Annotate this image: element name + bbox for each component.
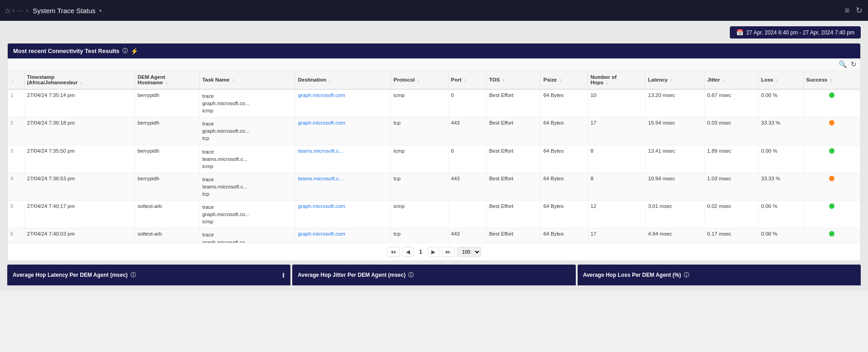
connectivity-test-panel: Most recent Connectivity Test Results ⓘ … bbox=[7, 43, 861, 261]
hop-latency-info-icon[interactable]: ⓘ bbox=[130, 271, 136, 279]
cell-success bbox=[803, 201, 860, 228]
success-indicator bbox=[829, 231, 834, 236]
cell-jitter: 0.17 msec bbox=[704, 228, 758, 243]
cell-task-name: tracegraph.microsoft.co...tcp bbox=[199, 228, 295, 243]
cell-psize: 64 Bytes bbox=[540, 201, 588, 228]
cell-tos: Best Effort bbox=[486, 117, 540, 145]
table-row: 3 27/04/24 7:35:50 pm berrypidh tracetea… bbox=[8, 145, 860, 173]
table-scroll-container[interactable]: ↕ Timestamp(Africa/Johannesbur ↕ DEM Age… bbox=[8, 71, 860, 243]
bottom-panel-hop-latency: Average Hop Latency Per DEM Agent (msec)… bbox=[7, 265, 290, 285]
cell-destination[interactable]: teams.microsoft.c... bbox=[295, 173, 391, 200]
page-size-select[interactable]: 10 25 50 100 bbox=[457, 247, 481, 257]
col-header-dem-agent[interactable]: DEM AgentHostname ↕ bbox=[135, 71, 199, 89]
cell-tos: Best Effort bbox=[486, 173, 540, 200]
breadcrumb-chevron-2: › bbox=[26, 7, 28, 14]
breadcrumb-chevron-1: › bbox=[13, 7, 14, 14]
success-indicator bbox=[829, 148, 834, 154]
cell-port: 0 bbox=[448, 89, 486, 117]
cell-num: 2 bbox=[8, 117, 24, 145]
table-row: 5 27/04/24 7:40:17 pm soltest-arb traceg… bbox=[8, 201, 860, 228]
date-range-label: 27 Apr, 2024 6:40 pm - 27 Apr, 2024 7:40… bbox=[746, 29, 854, 36]
table-toolbar: 🔍 ↻ bbox=[8, 58, 860, 71]
first-page-button[interactable]: ⏮ bbox=[387, 247, 400, 257]
cell-timestamp: 27/04/24 7:35:50 pm bbox=[24, 145, 135, 173]
cell-port bbox=[448, 201, 486, 228]
col-header-loss[interactable]: Loss ↕ bbox=[758, 71, 803, 89]
prev-page-button[interactable]: ◀ bbox=[402, 247, 414, 257]
cell-timestamp: 27/04/24 7:35:14 pm bbox=[24, 89, 135, 117]
success-indicator bbox=[829, 92, 834, 98]
col-header-destination[interactable]: Destination ↕ bbox=[295, 71, 391, 89]
hop-loss-info-icon[interactable]: ⓘ bbox=[684, 271, 689, 279]
hop-jitter-info-icon[interactable]: ⓘ bbox=[408, 271, 414, 279]
cell-destination[interactable]: graph.microsoft.com bbox=[295, 89, 391, 117]
col-header-tos[interactable]: TOS ↕ bbox=[486, 71, 540, 89]
last-page-button[interactable]: ⏭ bbox=[442, 247, 454, 257]
cell-loss: 0.00 % bbox=[758, 89, 803, 117]
cell-loss: 0.00 % bbox=[758, 201, 803, 228]
panel-info-icon[interactable]: ⓘ bbox=[122, 47, 128, 55]
page-title-dropdown-arrow[interactable]: ▾ bbox=[99, 8, 101, 13]
cell-num: 5 bbox=[8, 201, 24, 228]
cell-dem-agent: berrypidh bbox=[135, 117, 199, 145]
cell-success bbox=[803, 173, 860, 200]
col-header-task-name[interactable]: Task Name ↕ bbox=[199, 71, 295, 89]
cell-protocol: tcp bbox=[391, 117, 448, 145]
panel-title: Most recent Connectivity Test Results bbox=[13, 48, 120, 54]
col-header-latency[interactable]: Latency ↕ bbox=[645, 71, 704, 89]
cell-timestamp: 27/04/24 7:40:03 pm bbox=[24, 228, 135, 243]
cell-protocol: icmp bbox=[391, 201, 448, 228]
hop-latency-chart-icon[interactable]: ⫿ bbox=[282, 271, 285, 279]
cell-protocol: tcp bbox=[391, 228, 448, 243]
cell-dem-agent: soltest-arb bbox=[135, 228, 199, 243]
table-refresh-button[interactable]: ↻ bbox=[851, 60, 857, 68]
filter-icon[interactable]: ≡ bbox=[844, 6, 849, 15]
table-search-button[interactable]: 🔍 bbox=[839, 60, 847, 68]
cell-destination[interactable]: graph.microsoft.com bbox=[295, 117, 391, 145]
cell-loss: 33.33 % bbox=[758, 117, 803, 145]
topbar: ⌂ › ··· › System Trace Status ▾ ≡ ↻ bbox=[0, 0, 868, 21]
col-header-jitter[interactable]: Jitter ↕ bbox=[704, 71, 758, 89]
cell-task-name: tracegraph.microsoft.co...tcp bbox=[199, 117, 295, 145]
col-header-psize[interactable]: Psize ↕ bbox=[540, 71, 588, 89]
cell-success bbox=[803, 117, 860, 145]
hop-latency-label: Average Hop Latency Per DEM Agent (msec) bbox=[13, 272, 128, 278]
breadcrumb-dots[interactable]: ··· bbox=[17, 7, 24, 14]
refresh-icon[interactable]: ↻ bbox=[856, 5, 863, 15]
cell-port: 443 bbox=[448, 117, 486, 145]
cell-jitter: 0.02 msec bbox=[704, 201, 758, 228]
cell-loss: 0.00 % bbox=[758, 145, 803, 173]
cell-latency: 3.01 msec bbox=[645, 201, 704, 228]
date-range-picker[interactable]: 📅 27 Apr, 2024 6:40 pm - 27 Apr, 2024 7:… bbox=[730, 26, 861, 39]
cell-destination[interactable]: graph.microsoft.com bbox=[295, 228, 391, 243]
col-header-timestamp[interactable]: Timestamp(Africa/Johannesbur ↕ bbox=[24, 71, 135, 89]
bottom-panel-hop-loss: Average Hop Loss Per DEM Agent (%) ⓘ bbox=[578, 265, 861, 285]
cell-num-hops: 8 bbox=[588, 173, 645, 200]
cell-latency: 4.94 msec bbox=[645, 228, 704, 243]
cell-destination[interactable]: teams.microsoft.c... bbox=[295, 145, 391, 173]
success-indicator bbox=[829, 203, 834, 209]
cell-dem-agent: berrypidh bbox=[135, 89, 199, 117]
cell-tos: Best Effort bbox=[486, 145, 540, 173]
next-page-button[interactable]: ▶ bbox=[428, 247, 439, 257]
cell-psize: 64 Bytes bbox=[540, 173, 588, 200]
col-header-success[interactable]: Success ↕ bbox=[803, 71, 860, 89]
cell-tos: Best Effort bbox=[486, 89, 540, 117]
col-header-num-hops[interactable]: Number ofHops ↕ bbox=[588, 71, 645, 89]
current-page: 1 bbox=[416, 249, 425, 255]
cell-task-name: traceteams.microsoft.c...icmp bbox=[199, 145, 295, 173]
cell-destination[interactable]: graph.microsoft.com bbox=[295, 201, 391, 228]
cell-task-name: traceteams.microsoft.c...tcp bbox=[199, 173, 295, 200]
cell-jitter: 0.67 msec bbox=[704, 89, 758, 117]
col-header-protocol[interactable]: Protocol ↕ bbox=[391, 71, 448, 89]
cell-protocol: tcp bbox=[391, 173, 448, 200]
col-header-port[interactable]: Port ↕ bbox=[448, 71, 486, 89]
cell-psize: 64 Bytes bbox=[540, 117, 588, 145]
cell-num: 1 bbox=[8, 89, 24, 117]
cell-jitter: 1.03 msec bbox=[704, 173, 758, 200]
home-icon[interactable]: ⌂ bbox=[5, 6, 10, 14]
table-row: 4 27/04/24 7:36:53 pm berrypidh tracetea… bbox=[8, 173, 860, 200]
cell-protocol: icmp bbox=[391, 89, 448, 117]
col-header-num[interactable]: ↕ bbox=[8, 71, 24, 89]
cell-num-hops: 17 bbox=[588, 117, 645, 145]
